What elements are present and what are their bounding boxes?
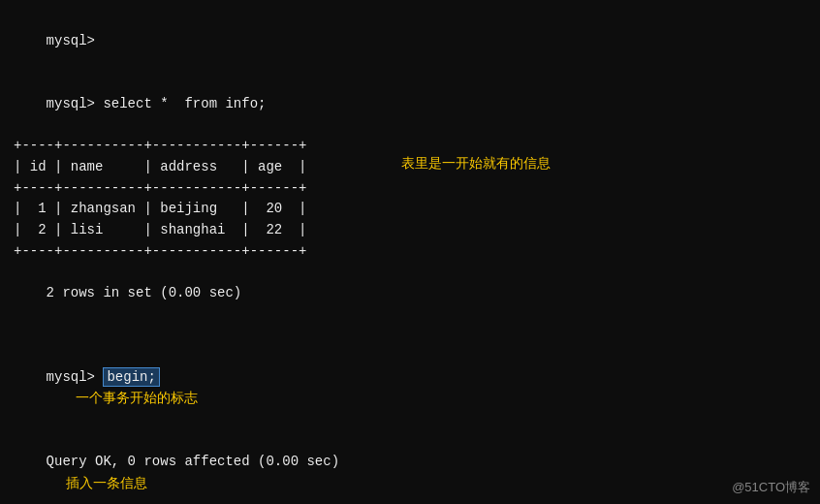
line-begin: mysql> begin; 一个事务开始的标志	[14, 346, 806, 431]
begin-annotation: 一个事务开始的标志	[76, 390, 198, 405]
rows-result-text: 2 rows in set (0.00 sec)	[47, 285, 242, 300]
table-border-bottom: +----+----------+-----------+------+	[14, 241, 806, 263]
insert-annotation: 插入一条信息	[66, 475, 147, 490]
select-command: mysql> select * from info;	[47, 96, 267, 111]
table-block: +----+----------+-----------+------+ | i…	[14, 136, 806, 262]
table-border-top: +----+----------+-----------+------+	[14, 136, 806, 157]
prompt-1: mysql>	[47, 33, 95, 48]
table-row-1: | 1 | zhangsan | beijing | 20 |	[14, 199, 806, 220]
table-annotation: 表里是一开始就有的信息	[401, 155, 551, 173]
line-rows-result: 2 rows in set (0.00 sec)	[14, 262, 806, 325]
line-prompt-1: mysql>	[14, 10, 806, 73]
prompt-begin: mysql>	[47, 369, 104, 385]
line-query-ok-begin: Query OK, 0 rows affected (0.00 sec) 插入一…	[14, 431, 806, 504]
table-row-2: | 2 | lisi | shanghai | 22 |	[14, 220, 806, 241]
table-border-mid: +----+----------+-----------+------+	[14, 178, 806, 200]
line-select-cmd: mysql> select * from info;	[14, 73, 806, 136]
begin-cmd: begin;	[103, 367, 159, 387]
terminal: mysql> mysql> select * from info; +----+…	[0, 0, 820, 504]
query-ok-begin-text: Query OK, 0 rows affected (0.00 sec)	[47, 454, 339, 469]
blank-1	[14, 325, 806, 346]
watermark: @51CTO博客	[732, 479, 810, 496]
